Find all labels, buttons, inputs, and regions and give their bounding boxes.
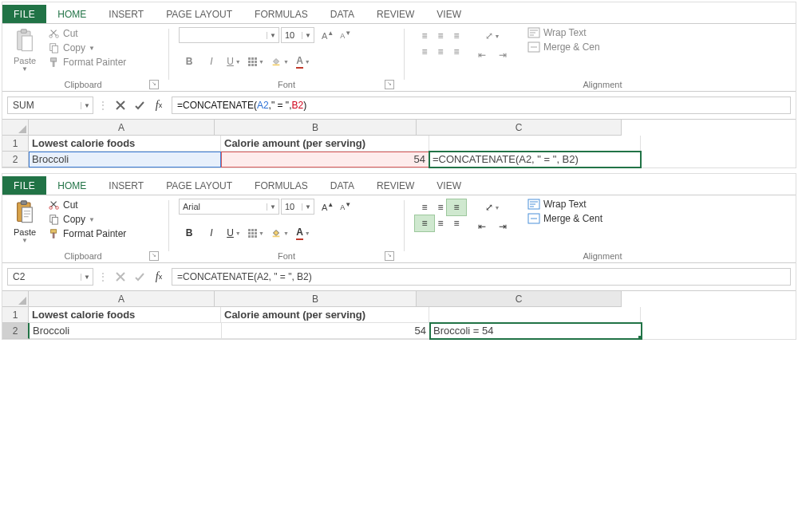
- align-bottom-icon[interactable]: ≡: [446, 199, 467, 216]
- spreadsheet-grid[interactable]: A B C 1 Lowest calorie foods Calorie amo…: [2, 120, 796, 167]
- decrease-font-icon[interactable]: A▼: [338, 200, 354, 213]
- font-size-select[interactable]: 10▼: [281, 199, 314, 215]
- align-right-icon[interactable]: ≡: [446, 215, 467, 232]
- cell[interactable]: Calorie amount (per serving): [221, 307, 429, 323]
- cell[interactable]: 54: [222, 323, 430, 339]
- cell[interactable]: Broccoli: [30, 323, 222, 339]
- bold-button[interactable]: B: [179, 224, 200, 242]
- clipboard-icon: [13, 27, 37, 56]
- font-group-label: Font: [278, 251, 295, 261]
- cut-button: Cut: [47, 27, 128, 40]
- align-right-icon: ≡: [446, 43, 467, 61]
- column-header[interactable]: C: [417, 120, 622, 136]
- copy-button: Copy▼: [47, 41, 128, 54]
- spreadsheet-grid[interactable]: A B C 1 Lowest calorie foods Calorie amo…: [2, 291, 796, 339]
- cut-button[interactable]: Cut: [47, 199, 128, 211]
- column-header[interactable]: B: [215, 120, 417, 136]
- cell[interactable]: Broccoli: [29, 152, 221, 167]
- row-header[interactable]: 1: [2, 307, 29, 323]
- column-header[interactable]: B: [215, 291, 417, 307]
- tab-formulas[interactable]: FORMULAS: [243, 5, 319, 23]
- font-color-button: A▼: [293, 53, 314, 70]
- format-painter-button: Format Painter: [47, 56, 128, 69]
- clipboard-group-label: Clipboard: [64, 80, 101, 89]
- chevron-down-icon[interactable]: ▼: [22, 237, 28, 244]
- increase-indent-icon: ⇥: [492, 46, 513, 64]
- copy-button[interactable]: Copy▼: [47, 213, 128, 226]
- cell[interactable]: 54: [221, 152, 429, 167]
- tab-insert[interactable]: INSERT: [97, 176, 155, 195]
- format-painter-button[interactable]: Format Painter: [47, 227, 128, 240]
- name-box[interactable]: C2▼: [7, 268, 93, 286]
- column-header[interactable]: C: [417, 291, 622, 307]
- dialog-launcher-icon[interactable]: ↘: [385, 80, 394, 89]
- cell-active[interactable]: Broccoli = 54: [430, 323, 642, 339]
- increase-font-icon[interactable]: A▲: [319, 200, 336, 213]
- cell-active[interactable]: =CONCATENATE(A2, " = ", B2): [429, 152, 641, 167]
- tab-view[interactable]: VIEW: [425, 5, 472, 23]
- tab-review[interactable]: REVIEW: [365, 5, 425, 23]
- merge-center-button[interactable]: Merge & Cent: [527, 213, 602, 224]
- decrease-font-icon: A▼: [338, 29, 354, 41]
- cell[interactable]: Calorie amount (per serving): [221, 136, 429, 152]
- underline-button[interactable]: U▼: [223, 224, 244, 242]
- svg-rect-9: [273, 65, 280, 66]
- cell[interactable]: [429, 307, 641, 323]
- row-header[interactable]: 1: [2, 136, 29, 152]
- dialog-launcher-icon[interactable]: ↘: [385, 251, 394, 261]
- select-all-corner[interactable]: [2, 120, 29, 136]
- orientation-button[interactable]: ⤢▼: [472, 199, 513, 216]
- tab-page-layout[interactable]: PAGE LAYOUT: [155, 5, 243, 23]
- tab-home[interactable]: HOME: [46, 5, 97, 23]
- copy-icon: [49, 214, 60, 225]
- svg-rect-7: [51, 58, 57, 61]
- row-header[interactable]: 2: [2, 152, 29, 167]
- paintbrush-icon: [49, 228, 60, 239]
- cell[interactable]: Lowest calorie foods: [29, 136, 221, 152]
- cell[interactable]: [429, 136, 641, 152]
- tab-data[interactable]: DATA: [319, 5, 365, 23]
- paste-button: Paste ▼: [7, 27, 42, 73]
- row-header[interactable]: 2: [2, 323, 30, 339]
- decrease-indent-icon[interactable]: ⇤: [472, 218, 492, 235]
- fill-color-button[interactable]: ▼: [268, 224, 291, 242]
- formula-bar: SUM▼ ⋮ fx =CONCATENATE(A2, " = ", B2): [2, 92, 796, 120]
- bold-button: B: [179, 53, 200, 70]
- tab-home[interactable]: HOME: [46, 176, 97, 195]
- enter-formula-button[interactable]: [132, 97, 148, 113]
- dialog-launcher-icon[interactable]: ↘: [149, 80, 159, 89]
- column-header[interactable]: A: [29, 120, 215, 136]
- select-all-corner[interactable]: [2, 291, 29, 307]
- tab-data[interactable]: DATA: [319, 176, 365, 195]
- italic-button[interactable]: I: [201, 224, 222, 242]
- name-box[interactable]: SUM▼: [7, 97, 93, 114]
- tab-view[interactable]: VIEW: [425, 176, 472, 195]
- tab-file[interactable]: FILE: [2, 176, 46, 195]
- svg-rect-19: [51, 230, 57, 233]
- tab-review[interactable]: REVIEW: [365, 176, 425, 195]
- copy-label: Copy: [63, 214, 85, 225]
- tab-formulas[interactable]: FORMULAS: [243, 176, 319, 195]
- cell[interactable]: Lowest calorie foods: [29, 307, 221, 323]
- fx-button[interactable]: fx: [151, 97, 167, 113]
- formula-input[interactable]: =CONCATENATE(A2, " = ", B2): [172, 97, 791, 114]
- fx-button[interactable]: fx: [151, 269, 167, 285]
- cancel-formula-button[interactable]: [113, 97, 128, 113]
- tab-page-layout[interactable]: PAGE LAYOUT: [155, 176, 243, 195]
- paste-button[interactable]: Paste ▼: [7, 199, 42, 244]
- border-button[interactable]: ▼: [246, 224, 267, 242]
- tab-file[interactable]: FILE: [2, 5, 46, 23]
- tab-insert[interactable]: INSERT: [97, 5, 155, 23]
- increase-indent-icon[interactable]: ⇥: [492, 218, 513, 235]
- underline-button: U▼: [223, 53, 244, 70]
- font-color-button[interactable]: A▼: [293, 224, 314, 242]
- format-painter-label: Format Painter: [63, 57, 126, 68]
- wrap-text-button[interactable]: Wrap Text: [527, 199, 602, 210]
- cut-label: Cut: [63, 28, 78, 39]
- dialog-launcher-icon[interactable]: ↘: [149, 251, 159, 261]
- formula-input[interactable]: =CONCATENATE(A2, " = ", B2): [172, 268, 791, 286]
- scissors-icon: [49, 199, 60, 211]
- column-header[interactable]: A: [29, 291, 215, 307]
- font-name-select: ▼: [179, 27, 279, 43]
- font-name-select[interactable]: Arial▼: [179, 199, 279, 215]
